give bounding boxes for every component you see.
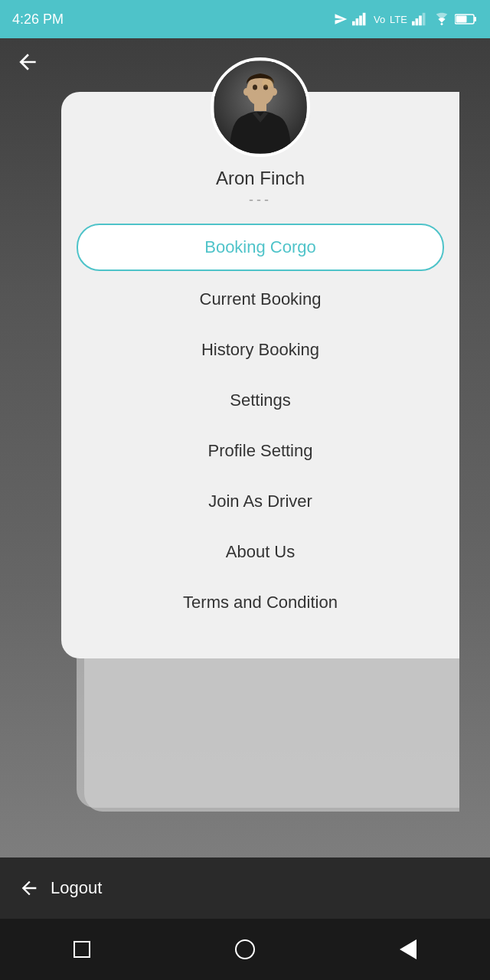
svg-rect-7 <box>423 13 426 26</box>
signal-icon <box>352 12 369 26</box>
menu-item-join-as-driver[interactable]: Join As Driver <box>77 476 444 527</box>
svg-rect-3 <box>363 13 366 26</box>
menu-item-history-booking[interactable]: History Booking <box>77 325 444 375</box>
svg-rect-6 <box>419 15 422 25</box>
avatar-image <box>214 61 306 153</box>
svg-rect-1 <box>356 18 359 25</box>
logout-arrow-icon <box>18 877 40 899</box>
triangle-icon <box>400 939 416 959</box>
menu-items: Booking Corgo Current Booking History Bo… <box>61 224 459 628</box>
battery-icon <box>455 13 478 25</box>
home-button[interactable] <box>226 930 264 969</box>
user-separator: --- <box>61 192 459 208</box>
svg-rect-14 <box>254 103 266 111</box>
drawer-panel: Aron Finch --- Booking Corgo Current Boo… <box>61 92 459 658</box>
user-name: Aron Finch <box>61 168 459 189</box>
svg-point-15 <box>253 85 257 90</box>
svg-rect-9 <box>474 17 476 21</box>
svg-point-19 <box>262 78 274 87</box>
avatar <box>211 57 310 157</box>
circle-icon <box>235 939 255 959</box>
back-button[interactable] <box>15 50 40 77</box>
avatar-container <box>61 50 459 157</box>
menu-item-terms-condition[interactable]: Terms and Condition <box>77 577 444 628</box>
lte-label: Vo <box>374 14 385 25</box>
status-icons: Vo LTE <box>334 12 478 26</box>
menu-item-booking-corgo[interactable]: Booking Corgo <box>77 224 444 271</box>
signal-icon-2 <box>412 12 429 26</box>
recent-apps-button[interactable] <box>63 930 101 969</box>
svg-point-18 <box>271 88 277 96</box>
lte-label2: LTE <box>390 14 407 25</box>
nav-bar <box>0 919 490 980</box>
menu-item-profile-setting[interactable]: Profile Setting <box>77 426 444 476</box>
status-time: 4:26 PM <box>12 11 64 28</box>
svg-rect-5 <box>416 18 419 25</box>
svg-rect-4 <box>412 21 415 26</box>
back-arrow-icon <box>15 50 40 74</box>
logout-bar[interactable]: Logout <box>0 858 490 919</box>
back-nav-button[interactable] <box>389 930 427 969</box>
status-bar: 4:26 PM Vo LTE <box>0 0 490 38</box>
send-icon <box>334 12 348 26</box>
menu-item-current-booking[interactable]: Current Booking <box>77 274 444 325</box>
menu-item-settings[interactable]: Settings <box>77 375 444 426</box>
svg-point-17 <box>243 88 250 96</box>
menu-item-about-us[interactable]: About Us <box>77 527 444 577</box>
svg-rect-0 <box>352 21 355 26</box>
logout-label: Logout <box>51 878 102 898</box>
svg-rect-2 <box>359 15 362 25</box>
wifi-icon <box>433 12 450 26</box>
svg-rect-10 <box>456 16 467 23</box>
square-icon <box>74 941 90 958</box>
